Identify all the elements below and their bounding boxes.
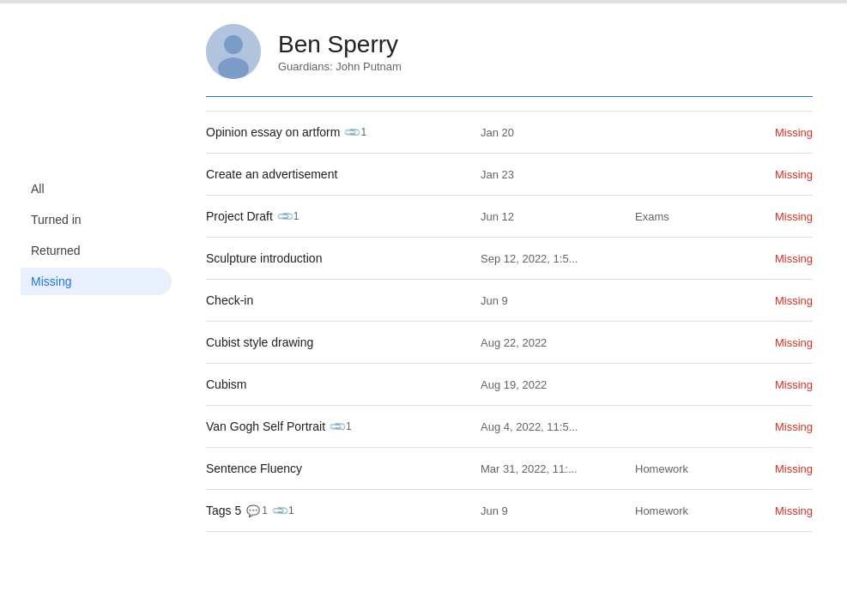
svg-point-1 [224,35,243,54]
assignment-row: Check-inJun 9Missing [206,280,813,322]
assignment-name[interactable]: Cubism [206,377,481,391]
assignment-status: Missing [738,378,813,391]
profile-info: Ben Sperry Guardians: John Putnam [278,30,402,74]
assignment-name[interactable]: Opinion essay on artform📎 1 [206,125,481,139]
assignment-date: Jun 12 [481,210,635,223]
assignment-date: Jan 23 [481,168,635,181]
assignment-title: Create an advertisement [206,167,337,181]
avatar [206,24,261,79]
sidebar-item-turned-in[interactable]: Turned in [21,206,172,233]
main-content: Ben Sperry Guardians: John Putnam Opinio… [172,3,847,616]
assignment-status: Missing [738,462,813,475]
assignment-row: Tags 5💬 1📎 1Jun 9HomeworkMissing [206,490,813,532]
assignment-category: Homework [635,504,738,517]
assignment-name[interactable]: Create an advertisement [206,167,481,181]
sidebar-item-all[interactable]: All [21,175,172,202]
assignment-title: Sculpture introduction [206,251,322,265]
comment-badge: 💬 1 [246,504,268,517]
assignment-name[interactable]: Project Draft📎 1 [206,209,481,223]
assignment-date: Aug 22, 2022 [481,336,635,349]
assignment-category: Homework [635,462,738,475]
assignment-name[interactable]: Tags 5💬 1📎 1 [206,504,481,517]
assignment-status: Missing [738,126,813,139]
assignment-status: Missing [738,336,813,349]
assignment-status: Missing [738,168,813,181]
assignment-title: Cubist style drawing [206,335,313,349]
assignment-status: Missing [738,252,813,265]
profile-name: Ben Sperry [278,30,402,59]
assignment-title: Project Draft [206,209,273,223]
assignment-date: Aug 19, 2022 [481,378,635,391]
attachment-icon: 📎 [270,501,289,520]
sidebar-item-missing[interactable]: Missing [21,268,172,295]
assignment-date: Jun 9 [481,294,635,307]
profile-guardian: Guardians: John Putnam [278,60,402,73]
attachment-badge: 📎 1 [345,126,366,139]
profile-divider [206,96,813,97]
assignment-date: Mar 31, 2022, 11:... [481,462,635,475]
profile-header: Ben Sperry Guardians: John Putnam [206,3,813,96]
assignment-list: Opinion essay on artform📎 1Jan 20Missing… [206,111,813,532]
svg-point-2 [218,57,249,79]
assignment-row: Sculpture introductionSep 12, 2022, 1:5.… [206,238,813,280]
attachment-badge: 📎 1 [278,210,299,223]
attachment-icon: 📎 [328,417,347,436]
sidebar-item-returned[interactable]: Returned [21,237,172,264]
assignment-row: Cubist style drawingAug 22, 2022Missing [206,322,813,364]
assignment-name[interactable]: Cubist style drawing [206,335,481,349]
assignment-title: Cubism [206,377,246,391]
assignment-name[interactable]: Van Gogh Self Portrait📎 1 [206,420,481,433]
assignment-date: Sep 12, 2022, 1:5... [481,252,635,265]
assignment-title: Sentence Fluency [206,462,302,475]
assignment-date: Jun 9 [481,504,635,517]
assignment-status: Missing [738,210,813,223]
assignment-name[interactable]: Sculpture introduction [206,251,481,265]
assignment-category: Exams [635,210,738,223]
attachment-badge: 📎 1 [330,420,352,433]
assignment-status: Missing [738,504,813,517]
attachment-badge: 📎 1 [273,504,294,517]
assignment-status: Missing [738,420,813,433]
sidebar: AllTurned inReturnedMissing [0,3,172,616]
assignment-status: Missing [738,294,813,307]
attachment-icon: 📎 [342,123,361,142]
attachment-icon: 📎 [275,207,294,226]
assignment-name[interactable]: Sentence Fluency [206,462,481,475]
assignment-date: Jan 20 [481,126,635,139]
assignment-row: Opinion essay on artform📎 1Jan 20Missing [206,111,813,154]
assignment-row: Create an advertisementJan 23Missing [206,154,813,196]
assignment-title: Check-in [206,293,253,307]
comment-icon: 💬 [246,504,260,517]
assignment-row: Project Draft📎 1Jun 12ExamsMissing [206,196,813,238]
assignment-row: Van Gogh Self Portrait📎 1Aug 4, 2022, 11… [206,406,813,448]
assignment-title: Van Gogh Self Portrait [206,420,325,433]
assignment-title: Tags 5 [206,504,241,517]
assignment-name[interactable]: Check-in [206,293,481,307]
assignment-row: CubismAug 19, 2022Missing [206,364,813,406]
assignment-title: Opinion essay on artform [206,125,340,139]
assignment-row: Sentence FluencyMar 31, 2022, 11:...Home… [206,448,813,490]
assignment-date: Aug 4, 2022, 11:5... [481,420,635,433]
